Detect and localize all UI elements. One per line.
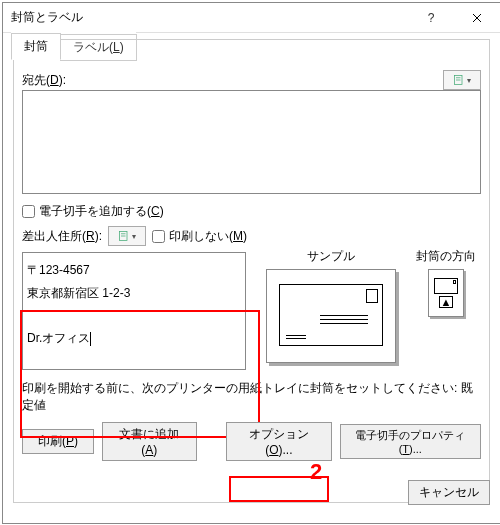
tab-panel: 宛先(D): ▾ 電子切手を追加する(C): [13, 39, 490, 503]
tab-envelope[interactable]: 封筒: [11, 33, 61, 60]
callout-2: 2: [310, 459, 322, 485]
sample-preview[interactable]: [266, 269, 396, 363]
sender-address-input[interactable]: 〒123-4567 東京都新宿区 1-2-3 Dr.オフィス: [22, 252, 246, 370]
sender-address-book-button[interactable]: ▾: [108, 226, 146, 246]
window-title: 封筒とラベル: [3, 9, 83, 26]
recipient-address-input[interactable]: [22, 90, 481, 194]
noprint-checkbox-input[interactable]: [152, 230, 165, 243]
envelopes-labels-dialog: 封筒とラベル ? 封筒 ラベル(L) 宛先(D): ▾: [3, 3, 500, 523]
add-estamp-checkbox[interactable]: 電子切手を追加する(C): [22, 203, 481, 220]
noprint-checkbox[interactable]: 印刷しない(M): [152, 228, 247, 245]
add-estamp-label: 電子切手を追加する(C): [39, 203, 164, 220]
printer-note: 印刷を開始する前に、次のプリンターの用紙トレイに封筒をセットしてください: 既定…: [22, 380, 481, 414]
print-button[interactable]: 印刷(P): [22, 429, 94, 454]
address-book-icon: [118, 230, 130, 242]
dropdown-icon: ▾: [132, 232, 136, 241]
address-book-button[interactable]: ▾: [443, 70, 481, 90]
help-button[interactable]: ?: [408, 3, 454, 33]
estamp-properties-button[interactable]: 電子切手のプロパティ(T)...: [340, 424, 481, 459]
feed-arrow-icon: ▲: [439, 296, 453, 308]
sender-label: 差出人住所(R):: [22, 228, 102, 245]
close-icon: [472, 13, 482, 23]
cancel-button[interactable]: キャンセル: [408, 480, 490, 505]
add-estamp-checkbox-input[interactable]: [22, 205, 35, 218]
add-to-document-button[interactable]: 文書に追加(A): [102, 422, 197, 461]
address-book-icon: [453, 74, 465, 86]
envelope-preview-icon: [279, 284, 383, 346]
options-button[interactable]: オプション(O)...: [226, 422, 332, 461]
dropdown-icon: ▾: [467, 76, 471, 85]
recipient-label: 宛先(D):: [22, 72, 66, 89]
titlebar: 封筒とラベル ?: [3, 3, 500, 33]
close-button[interactable]: [454, 3, 500, 33]
sample-label: サンプル: [307, 248, 355, 265]
noprint-label: 印刷しない(M): [169, 228, 247, 245]
orientation-button[interactable]: ▲: [428, 269, 464, 317]
orientation-icon: [434, 278, 458, 294]
orientation-label: 封筒の方向: [416, 248, 476, 265]
